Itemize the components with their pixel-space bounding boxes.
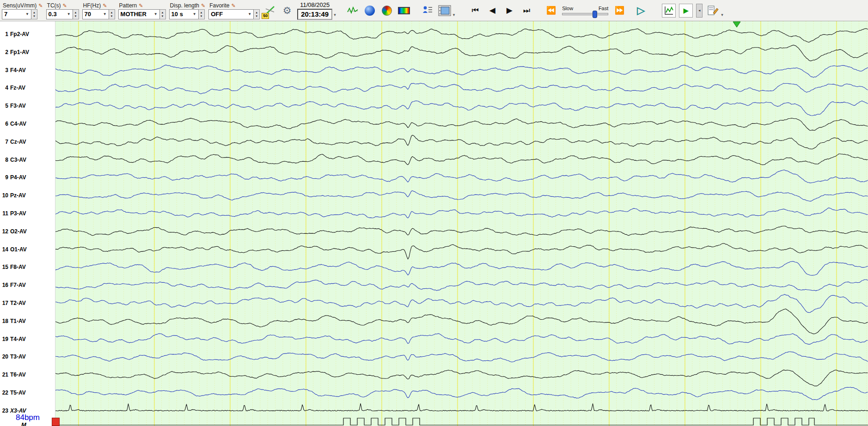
- eeg-trace-T6-AV: [55, 370, 868, 386]
- channel-label-row[interactable]: 20T3-AV: [0, 353, 55, 361]
- edit-pencil-icon[interactable]: ✎: [201, 3, 205, 8]
- waveform-display-icon[interactable]: [346, 3, 360, 18]
- collapse-panel-button[interactable]: ◂: [696, 4, 703, 18]
- eeg-trace-O1-AV: [55, 243, 868, 259]
- channel-label-row[interactable]: 17T2-AV: [0, 299, 55, 307]
- channel-label-row[interactable]: 3F4-AV: [0, 66, 55, 74]
- channel-label-row[interactable]: 12O2-AV: [0, 227, 55, 236]
- step-forward-button[interactable]: ▶: [502, 4, 516, 18]
- channel-number: 12: [0, 228, 10, 235]
- channel-label: O2-AV: [10, 228, 27, 235]
- channel-label-row[interactable]: 19T4-AV: [0, 335, 55, 343]
- montage-settings-gear-icon[interactable]: ⚙: [280, 3, 294, 18]
- fast-forward-button[interactable]: ⏩: [612, 4, 626, 18]
- edit-pencil-icon[interactable]: ✎: [139, 3, 143, 8]
- channel-label-row[interactable]: 5F3-AV: [0, 102, 55, 110]
- channel-label: T3-AV: [10, 353, 26, 360]
- sens-select[interactable]: 7 ▼: [2, 9, 31, 19]
- sens-spinner[interactable]: ▲▼: [31, 9, 37, 19]
- channel-label: T4-AV: [10, 336, 26, 342]
- speed-slider-track[interactable]: [562, 13, 608, 15]
- jump-end-button[interactable]: ⏭: [520, 4, 533, 18]
- edit-pencil-icon[interactable]: ✎: [103, 3, 107, 8]
- channel-number: 10: [0, 192, 10, 199]
- favorite-control: Favorite ✎ OFF ▼ ▲▼: [208, 0, 260, 21]
- eeg-canvas[interactable]: [0, 21, 868, 426]
- favorite-spinner[interactable]: ▲▼: [254, 9, 260, 19]
- eeg-review-app: Sens(uV/mm) ✎ 7 ▼ ▲▼ TC(s) ✎ 0.3 ▼: [0, 0, 868, 426]
- pattern-select[interactable]: MOTHER ▼: [118, 9, 160, 19]
- sens-label: Sens(uV/mm): [3, 2, 37, 9]
- channel-number: 20: [0, 353, 10, 360]
- color-scale-icon[interactable]: [397, 3, 411, 18]
- edit-pencil-icon[interactable]: ✎: [232, 3, 236, 8]
- hf-select[interactable]: 70 ▼: [82, 9, 109, 19]
- channel-label-row[interactable]: 21T6-AV: [0, 371, 55, 379]
- eeg-trace-T2-AV: [55, 294, 868, 313]
- channel-label-row[interactable]: 14O1-AV: [0, 245, 55, 254]
- fast-label: Fast: [599, 6, 608, 11]
- channel-number: 11: [0, 210, 10, 217]
- chevron-down-icon[interactable]: ▾: [334, 12, 336, 17]
- favorite-select[interactable]: OFF ▼: [208, 9, 254, 19]
- tc-select[interactable]: 0.3 ▼: [46, 9, 73, 19]
- eeg-trace-Fp1-AV: [55, 45, 868, 61]
- channel-number: 21: [0, 371, 10, 378]
- channel-number: 2: [0, 49, 10, 55]
- channel-label-row[interactable]: 11P3-AV: [0, 209, 55, 218]
- eeg-trace-Pz-AV: [55, 191, 868, 201]
- channel-label-row[interactable]: 18T1-AV: [0, 317, 55, 325]
- hf-control: HF(Hz) ✎ 70 ▼ ▲▼: [82, 0, 115, 21]
- eeg-trace-T1-AV: [55, 309, 868, 334]
- pattern-spinner[interactable]: ▲▼: [160, 9, 166, 19]
- video-icon[interactable]: [438, 3, 452, 18]
- channel-label-row[interactable]: 15F8-AV: [0, 263, 55, 271]
- chevron-down-icon[interactable]: ▾: [721, 12, 723, 17]
- channel-label-row[interactable]: 16F7-AV: [0, 281, 55, 289]
- hf-value: 70: [85, 11, 91, 18]
- jump-start-button[interactable]: ⏮: [468, 4, 482, 18]
- sens-control: Sens(uV/mm) ✎ 7 ▼ ▲▼: [2, 0, 43, 21]
- pattern-label: Pattern: [119, 2, 137, 9]
- step-back-button[interactable]: ◀: [485, 4, 499, 18]
- disp-length-select[interactable]: 10 s ▼: [169, 9, 199, 19]
- channel-label: T2-AV: [10, 300, 26, 306]
- start-monitor-icon[interactable]: ▶: [679, 4, 693, 18]
- patient-info-icon[interactable]: [421, 3, 434, 18]
- channel-label-row[interactable]: 1Fp2-AV: [0, 30, 55, 38]
- rewind-button[interactable]: ⏪: [544, 4, 558, 18]
- channel-label-row[interactable]: 8C3-AV: [0, 156, 55, 164]
- channel-label: F3-AV: [10, 103, 26, 109]
- speed-slider-handle[interactable]: [593, 11, 597, 18]
- channel-label-row[interactable]: 4Fz-AV: [0, 84, 55, 92]
- channel-label: C3-AV: [10, 157, 26, 163]
- channel-number: 16: [0, 282, 10, 288]
- channel-label: F8-AV: [10, 264, 26, 270]
- chevron-down-icon[interactable]: ▾: [453, 12, 455, 17]
- edit-pencil-icon[interactable]: ✎: [63, 3, 67, 8]
- report-edit-icon[interactable]: [706, 3, 720, 18]
- trend-chart-icon[interactable]: [662, 4, 676, 18]
- topo-map-icon[interactable]: [380, 3, 394, 18]
- favorite-value: OFF: [211, 11, 223, 18]
- brain-map-icon[interactable]: [363, 3, 377, 18]
- scroll-position-indicator[interactable]: [52, 418, 60, 426]
- channel-label-row[interactable]: 22T5-AV: [0, 389, 55, 397]
- play-button[interactable]: ▷: [637, 5, 645, 17]
- hf-spinner[interactable]: ▲▼: [109, 9, 115, 19]
- notch-filter-icon[interactable]: 50: [263, 3, 277, 18]
- eeg-trace-area: 1Fp2-AV2Fp1-AV3F4-AV4Fz-AV5F3-AV6C4-AV7C…: [0, 21, 868, 426]
- tc-spinner[interactable]: ▲▼: [73, 9, 79, 19]
- channel-label-row[interactable]: 6C4-AV: [0, 120, 55, 128]
- channel-label-row[interactable]: 10Pz-AV: [0, 191, 55, 200]
- channel-label-row[interactable]: 2Fp1-AV: [0, 48, 55, 56]
- disp-length-spinner[interactable]: ▲▼: [199, 9, 205, 19]
- disp-length-control: Disp. length ✎ 10 s ▼ ▲▼: [169, 0, 206, 21]
- channel-label-row[interactable]: 7Cz-AV: [0, 138, 55, 146]
- channel-label-gutter: 1Fp2-AV2Fp1-AV3F4-AV4Fz-AV5F3-AV6C4-AV7C…: [0, 21, 55, 426]
- channel-label: Pz-AV: [10, 192, 26, 199]
- eeg-trace-T5-AV: [55, 387, 868, 400]
- channel-label-row[interactable]: 9P4-AV: [0, 173, 55, 182]
- edit-pencil-icon[interactable]: ✎: [38, 3, 43, 8]
- pattern-value: MOTHER: [121, 11, 147, 18]
